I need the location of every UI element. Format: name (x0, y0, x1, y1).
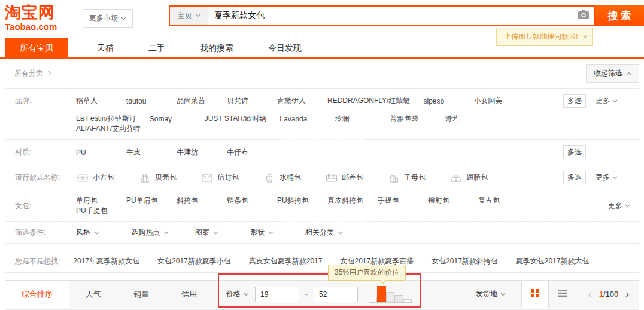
filter-option[interactable]: 小方包 (76, 172, 125, 184)
filter-option[interactable]: PU单肩包 (126, 196, 163, 206)
ship-from-dropdown[interactable]: 发货地 (476, 289, 506, 299)
breadcrumb-row: 所有分类 > 收起筛选 (0, 59, 644, 88)
filter-option[interactable]: sipeso (423, 97, 460, 105)
filter-option[interactable]: JUST STAR/欧时纳 (205, 114, 267, 124)
bag-icon (325, 172, 338, 184)
bag-icon (449, 172, 463, 184)
filter-option[interactable]: REDDRAGONFLY/红蜻蜓 (327, 96, 410, 106)
filter-option[interactable]: PU斜挎包 (277, 196, 314, 206)
condition-dropdown[interactable]: 相关分类 (305, 227, 343, 238)
more-button[interactable]: 更多 (608, 201, 630, 211)
filter-option[interactable]: 真皮斜挎包 (327, 196, 364, 206)
suggest-term-link[interactable]: 女包2017新款斜挎包 (432, 257, 498, 265)
nav-tab[interactable]: 所有宝贝 (5, 38, 68, 57)
nav-tab[interactable]: 二手 (135, 38, 178, 57)
suggest-term-link[interactable]: 2017年夏季新款女包 (73, 257, 139, 265)
search-input[interactable] (208, 7, 573, 25)
condition-dropdown[interactable]: 风格 (76, 227, 105, 238)
price-dropdown[interactable]: 价格 (226, 289, 249, 299)
close-icon[interactable]: × (582, 32, 587, 41)
sort-tab[interactable]: 销量 (117, 281, 165, 308)
filter-option[interactable]: 小女阿美 (473, 96, 511, 106)
filter-option[interactable]: Lavanda (280, 115, 321, 123)
row-controls: 更多 (563, 201, 630, 211)
histogram-bar (369, 297, 377, 302)
image-search-camera-button[interactable] (573, 7, 594, 25)
filter-row-label: 材质: (15, 147, 76, 157)
filter-option-label: 贝壳包 (155, 172, 177, 183)
filter-option[interactable]: 复古包 (478, 196, 515, 206)
condition-dropdown[interactable]: 选购热点 (131, 227, 169, 238)
list-view-button[interactable] (549, 281, 576, 308)
filter-option[interactable]: 牛仔布 (227, 147, 264, 157)
breadcrumb[interactable]: 所有分类 > (14, 68, 51, 78)
filter-option[interactable]: 牛皮 (126, 147, 163, 157)
filter-option[interactable]: 品尚莱茜 (177, 96, 214, 106)
more-label: 更多 (596, 172, 610, 183)
condition-dropdown[interactable]: 图案 (195, 227, 224, 238)
chevron-down-icon (612, 99, 618, 103)
more-button[interactable]: 更多 (596, 172, 618, 183)
filter-option[interactable]: toutou (126, 97, 163, 105)
taobao-search-page: 淘宝网 Taobao.com 更多市场 宝贝 搜 索 上传图片就能搜同款啦! × (0, 0, 644, 310)
filter-option[interactable]: 铆钉包 (428, 196, 465, 206)
chevron-down-icon (338, 231, 343, 235)
filter-option[interactable]: PU手提包 (76, 206, 113, 216)
ship-from-label: 发货地 (476, 289, 497, 299)
search-button[interactable]: 搜 索 (595, 5, 644, 26)
filter-option[interactable]: 斜挎包 (177, 196, 214, 206)
filter-option[interactable]: 诗艺 (445, 114, 487, 124)
price-min-input[interactable] (255, 287, 299, 302)
filter-option[interactable]: 手提包 (378, 196, 415, 206)
taobao-logo[interactable]: 淘宝网 Taobao.com (5, 4, 75, 32)
breadcrumb-label: 所有分类 (14, 69, 43, 77)
more-button[interactable]: 更多 (596, 96, 618, 106)
filter-option[interactable]: 稻草人 (76, 96, 113, 106)
arrow-left-icon[interactable]: ‹ (588, 289, 592, 299)
current-page: 1 (599, 290, 603, 299)
filter-row-brand: 品牌: 稻草人toutou品尚莱茜贝梵诗青黛伊人REDDRAGONFLY/红蜻蜓… (5, 89, 639, 111)
multi-select-button[interactable]: 多选 (563, 171, 586, 184)
multi-select-button[interactable]: 多选 (563, 145, 586, 159)
filter-option[interactable]: 贝梵诗 (227, 96, 264, 106)
filter-option[interactable]: 邮差包 (325, 172, 374, 184)
filter-option[interactable]: ALIAFANT/艾莉芬特 (76, 124, 141, 134)
filter-option[interactable]: 青黛伊人 (277, 96, 314, 106)
multi-select-button[interactable]: 多选 (563, 94, 586, 108)
filter-option[interactable]: 贝壳包 (138, 172, 187, 184)
collapse-filter-label: 收起筛选 (594, 68, 622, 78)
filter-option[interactable]: Somay (150, 115, 192, 123)
collapse-filter-button[interactable]: 收起筛选 (586, 64, 639, 83)
grid-view-button[interactable] (521, 281, 549, 308)
price-max-input[interactable] (314, 287, 358, 302)
filter-option[interactable]: PU (76, 148, 113, 157)
filter-option[interactable]: 单肩包 (76, 196, 113, 206)
nav-tab[interactable]: 我的搜索 (187, 38, 247, 57)
sort-tab[interactable]: 综合排序 (5, 281, 69, 308)
filter-option[interactable]: 信封包 (201, 172, 250, 184)
filter-option[interactable]: 普雅包袋 (390, 114, 432, 124)
suggest-term-link[interactable]: 夏季女包2017新款大包 (516, 257, 590, 265)
suggest-term-link[interactable]: 女包2017新款夏季百搭 (340, 257, 414, 265)
filter-option[interactable]: 水桶包 (263, 172, 312, 184)
price-histogram[interactable]: 35%用户喜欢的价位 (369, 285, 412, 303)
nav-tab[interactable]: 今日发现 (255, 38, 315, 57)
more-markets-dropdown[interactable]: 更多市场 (83, 9, 133, 28)
filter-option[interactable]: 玲澜 (335, 114, 376, 124)
nav-tab[interactable]: 天猫 (84, 38, 127, 57)
sort-tab[interactable]: 人气 (69, 281, 117, 308)
filter-option[interactable]: 牛津纺 (177, 147, 214, 157)
arrow-right-icon[interactable]: › (625, 289, 629, 299)
price-filter-group: 价格 - 35%用户喜欢的价位 (226, 285, 412, 303)
suggest-term-link[interactable]: 真皮女包夏季新款2017 (249, 257, 323, 265)
condition-dropdown[interactable]: 形状 (250, 227, 279, 238)
filter-option[interactable]: 子母包 (387, 172, 436, 184)
search-area: 宝贝 搜 索 上传图片就能搜同款啦! × (169, 5, 644, 26)
suggest-term-link[interactable]: 女包2017新款夏季小包 (157, 257, 231, 265)
filter-option[interactable]: 翅膀包 (449, 172, 499, 184)
sort-tab[interactable]: 信用 (165, 281, 213, 308)
filter-option[interactable]: 链条包 (227, 196, 264, 206)
search-category-dropdown[interactable]: 宝贝 (170, 7, 208, 25)
filter-option[interactable]: La Festin/拉菲斯汀 (76, 114, 136, 124)
chevron-down-icon (500, 293, 506, 296)
